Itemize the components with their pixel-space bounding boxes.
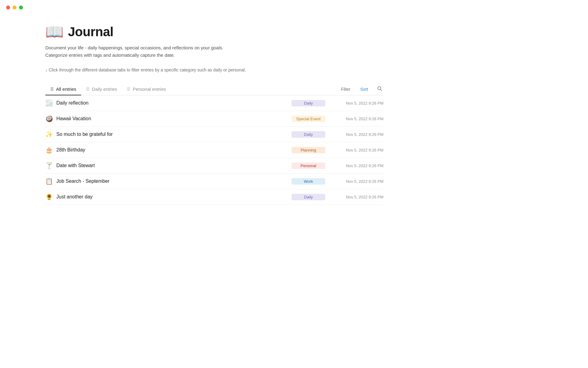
minimize-button[interactable] [13,6,17,10]
list-icon: ☰ [50,87,54,91]
entry-title: Daily reflection [56,100,292,106]
entry-tag: Daily [292,100,325,106]
tabs-left: ☰ All entries ☰ Daily entries ☰ Personal… [45,83,339,95]
entry-emoji: 🌫️ [45,99,56,107]
tabs-right: Filter Sort [339,85,383,94]
entry-tag: Planning [292,147,325,153]
table-row[interactable]: 📋 Job Search - September Work Nov 5, 202… [45,174,383,189]
close-button[interactable] [6,6,10,10]
page-icon: 📖 [45,25,64,39]
entry-date: Nov 5, 2022 9:26 PM [334,148,383,152]
entry-emoji: 🍸 [45,162,56,169]
entry-title: Hawaii Vacation [56,116,292,121]
entry-tag: Special Event [292,116,325,122]
entry-tag: Work [292,178,325,185]
table-row[interactable]: 🍸 Date with Stewart Personal Nov 5, 2022… [45,158,383,174]
table-row[interactable]: 🌫️ Daily reflection Daily Nov 5, 2022 9:… [45,95,383,111]
entry-date: Nov 5, 2022 9:26 PM [334,132,383,137]
entry-date: Nov 5, 2022 9:26 PM [334,179,383,184]
table-row[interactable]: 🌻 Just another day Daily Nov 5, 2022 9:2… [45,189,383,205]
entry-title: Job Search - September [56,178,292,184]
filter-button[interactable]: Filter [339,86,352,93]
entry-title: So much to be grateful for [56,132,292,137]
tab-personal-entries[interactable]: ☰ Personal entries [122,83,171,95]
maximize-button[interactable] [19,6,23,10]
entry-date: Nov 5, 2022 9:26 PM [334,163,383,168]
entry-title: 28th Birthday [56,147,292,153]
tab-all-entries[interactable]: ☰ All entries [45,83,81,95]
search-button[interactable] [376,85,383,94]
entry-emoji: 🌻 [45,193,56,201]
entry-emoji: 📋 [45,178,56,185]
entry-title: Just another day [56,194,292,200]
entry-date: Nov 5, 2022 9:26 PM [334,101,383,105]
traffic-lights [0,0,29,15]
entry-tag: Daily [292,131,325,138]
table-row[interactable]: 🎂 28th Birthday Planning Nov 5, 2022 9:2… [45,142,383,158]
entry-title: Date with Stewart [56,163,292,168]
entry-date: Nov 5, 2022 9:26 PM [334,195,383,199]
table-row[interactable]: ✨ So much to be grateful for Daily Nov 5… [45,127,383,142]
page-description: Document your life - daily happenings, s… [45,44,383,59]
list-icon-personal: ☰ [127,87,130,91]
table-row[interactable]: 🥥 Hawaii Vacation Special Event Nov 5, 2… [45,111,383,127]
list-icon-daily: ☰ [86,87,90,91]
entries-table: 🌫️ Daily reflection Daily Nov 5, 2022 9:… [45,95,383,205]
tab-daily-entries[interactable]: ☰ Daily entries [81,83,122,95]
entry-tag: Personal [292,163,325,169]
svg-line-1 [381,90,382,91]
entry-emoji: 🎂 [45,146,56,154]
main-content: 📖 Journal Document your life - daily hap… [0,0,429,223]
page-hint: ↓ Click through the different database t… [45,67,383,72]
entry-date: Nov 5, 2022 9:26 PM [334,117,383,121]
page-header: 📖 Journal [45,25,383,39]
entry-tag: Daily [292,194,325,200]
sort-button[interactable]: Sort [358,86,370,93]
entry-emoji: ✨ [45,131,56,138]
page-title: Journal [68,25,113,39]
tabs-container: ☰ All entries ☰ Daily entries ☰ Personal… [45,83,383,95]
entry-emoji: 🥥 [45,115,56,122]
